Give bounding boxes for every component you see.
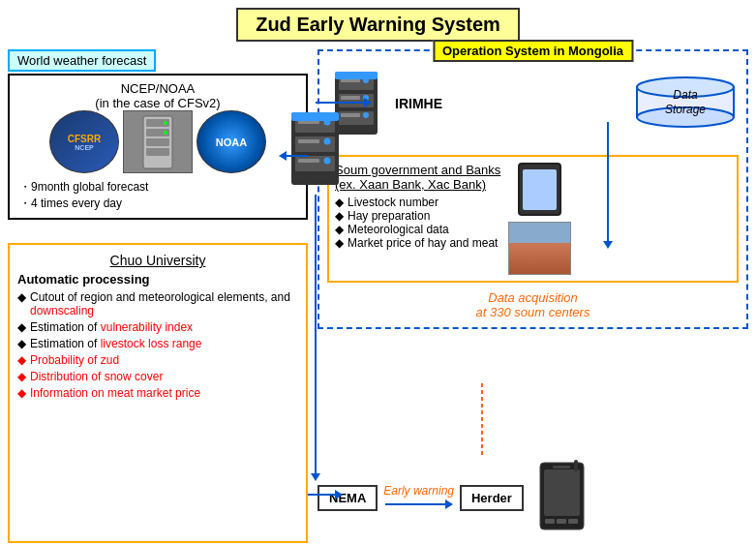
svg-rect-27 xyxy=(298,159,319,163)
middle-server xyxy=(284,107,347,193)
early-warning-arrow: Early warning xyxy=(383,484,454,511)
svg-rect-35 xyxy=(544,469,580,516)
irimhe-label-container: IRIMHE xyxy=(395,96,442,111)
svg-rect-4 xyxy=(146,148,169,156)
noaa-logo: NOAA xyxy=(197,110,266,173)
soum-item-0: Livestock number xyxy=(335,196,500,209)
svg-point-16 xyxy=(363,112,369,118)
chuo-subtitle: Automatic processing xyxy=(17,272,298,287)
chuo-item-2: Estimation of livestock loss range xyxy=(17,337,298,350)
svg-rect-38 xyxy=(568,519,578,524)
irimhe-label: IRIMHE xyxy=(395,96,442,111)
chuo-item-5: Information on meat market price xyxy=(17,386,298,400)
early-warning-text: Early warning xyxy=(383,484,454,498)
svg-point-29 xyxy=(324,138,331,145)
svg-point-15 xyxy=(363,95,369,101)
svg-marker-33 xyxy=(445,499,453,509)
svg-rect-37 xyxy=(557,519,566,524)
svg-rect-26 xyxy=(298,139,319,143)
soum-text-area: Soum government and Banks (ex. Xaan Bank… xyxy=(335,163,500,275)
data-acq-line1: Data acquisition xyxy=(488,290,578,305)
svg-rect-31 xyxy=(291,112,339,121)
title-text: Zud Early Warning System xyxy=(256,14,500,35)
ncep-box: NCEP/NOAA (in the case of CFSv2) CFSRR N… xyxy=(8,74,308,220)
svg-point-5 xyxy=(164,121,167,125)
operation-system-box: Operation System in Mongolia xyxy=(318,49,748,329)
data-storage-container: Data Storage xyxy=(632,76,739,132)
svg-rect-3 xyxy=(146,138,169,146)
svg-rect-39 xyxy=(574,460,578,471)
tablet-image xyxy=(518,163,561,216)
cfsrr-logo: CFSRR NCEP xyxy=(49,110,119,173)
svg-point-6 xyxy=(164,131,167,135)
soum-item-3: Market price of hay and meat xyxy=(335,236,500,250)
soum-item-2: Meteorological data xyxy=(335,223,500,236)
bullet-9month: 9month global forecast xyxy=(19,179,300,196)
building-image xyxy=(508,222,571,275)
server-tower-image xyxy=(123,110,193,173)
chuo-item-0: Cutout of region and meteorological elem… xyxy=(17,290,298,317)
soum-items-list: Livestock number Hay preparation Meteoro… xyxy=(335,196,500,250)
nema-box: NEMA xyxy=(318,485,378,511)
world-weather-label: World weather forecast xyxy=(8,49,156,72)
chuo-item-4: Distribution of snow cover xyxy=(17,370,298,383)
soum-box: Soum government and Banks (ex. Xaan Bank… xyxy=(327,155,739,283)
data-storage-text: Data Storage xyxy=(665,88,706,118)
irimhe-row: IRIMHE Data Storage xyxy=(327,67,739,139)
chuo-item-1: Estimation of vulnerability index xyxy=(17,320,298,334)
chuo-box: Chuo University Automatic processing Cut… xyxy=(8,243,308,543)
data-acq-line2: at 330 soum centers xyxy=(476,305,590,319)
page-container: Zud Early Warning System World weather f… xyxy=(0,0,756,544)
ncep-title: NCEP/NOAA (in the case of CFSv2) xyxy=(15,81,300,110)
soum-images xyxy=(508,163,571,275)
page-title: Zud Early Warning System xyxy=(236,8,520,42)
world-weather-section: World weather forecast NCEP/NOAA (in the… xyxy=(8,49,308,220)
svg-rect-12 xyxy=(341,96,360,100)
chuo-list: Cutout of region and meteorological elem… xyxy=(17,290,298,400)
chuo-title: Chuo University xyxy=(17,253,298,268)
herder-box: Herder xyxy=(460,485,524,511)
soum-item-1: Hay preparation xyxy=(335,209,500,223)
ncep-images: CFSRR NCEP xyxy=(15,110,300,173)
data-acquisition: Data acquisition at 330 soum centers xyxy=(327,290,739,319)
bottom-row: NEMA Early warning Herder xyxy=(318,460,748,535)
forecast-bullets: 9month global forecast 4 times every day xyxy=(19,179,300,212)
svg-rect-40 xyxy=(553,466,570,468)
phone-icon-container xyxy=(535,460,589,535)
bullet-4times: 4 times every day xyxy=(19,196,300,212)
chuo-section: Chuo University Automatic processing Cut… xyxy=(8,243,308,543)
svg-rect-17 xyxy=(335,72,378,79)
soum-title: Soum government and Banks (ex. Xaan Bank… xyxy=(335,163,500,192)
chuo-item-3: Probability of zud xyxy=(17,353,298,367)
svg-point-30 xyxy=(324,158,331,165)
operation-label: Operation System in Mongolia xyxy=(433,40,633,62)
svg-rect-36 xyxy=(545,519,555,524)
